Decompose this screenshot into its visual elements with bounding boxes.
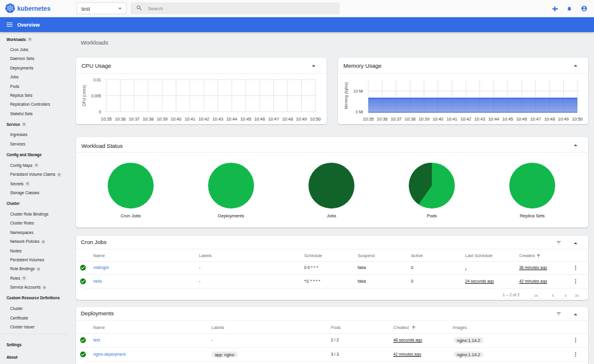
svg-text:10:43: 10:43 [475,116,485,122]
svg-text:10:48: 10:48 [544,116,555,122]
svg-text:10:36: 10:36 [115,116,125,122]
svg-text:10 Mi: 10 Mi [353,89,363,93]
svg-text:10:35: 10:35 [101,116,112,122]
svg-text:10:46: 10:46 [516,116,527,122]
svg-text:10:40: 10:40 [170,116,181,122]
svg-text:10:44: 10:44 [226,116,237,122]
svg-text:10:42: 10:42 [198,116,209,122]
svg-text:10:37: 10:37 [391,116,402,122]
svg-text:0 Mi: 0 Mi [356,110,363,114]
svg-text:10:38: 10:38 [405,116,415,122]
svg-text:CPU (cores): CPU (cores) [82,85,87,106]
svg-text:10:48: 10:48 [282,116,293,122]
svg-text:0: 0 [99,110,101,114]
svg-text:10:47: 10:47 [530,116,541,122]
svg-text:10:36: 10:36 [377,116,387,122]
svg-text:10:39: 10:39 [419,116,429,122]
svg-text:0.005: 0.005 [91,94,102,98]
svg-text:10:41: 10:41 [447,116,457,122]
svg-text:10:38: 10:38 [143,116,153,122]
svg-text:10:41: 10:41 [185,116,195,122]
svg-text:10:45: 10:45 [241,116,251,122]
svg-text:0.01: 0.01 [93,78,101,82]
svg-text:10:37: 10:37 [129,116,140,122]
svg-text:10:44: 10:44 [488,116,499,122]
svg-text:10:50: 10:50 [310,116,321,122]
svg-text:10:50: 10:50 [572,116,583,122]
svg-text:10:46: 10:46 [254,116,265,122]
svg-text:10:42: 10:42 [460,116,471,122]
svg-text:10:40: 10:40 [432,116,443,122]
svg-text:10:45: 10:45 [503,116,513,122]
svg-text:10:49: 10:49 [296,116,307,122]
svg-text:10:43: 10:43 [213,116,223,122]
svg-text:10:47: 10:47 [268,116,279,122]
svg-text:10:49: 10:49 [558,116,568,122]
svg-text:Memory (bytes): Memory (bytes) [344,82,349,109]
svg-text:10:39: 10:39 [157,116,168,122]
svg-text:10:35: 10:35 [363,116,374,122]
